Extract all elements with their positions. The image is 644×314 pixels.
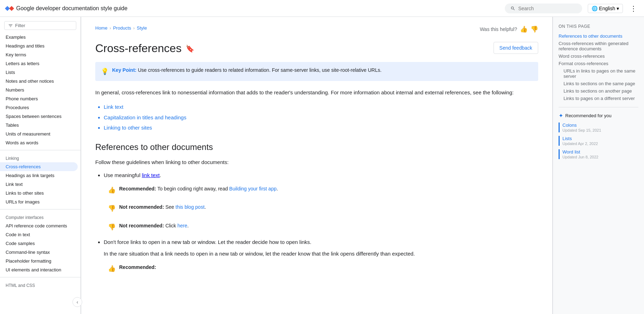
rec-item-title-1[interactable]: Lists [562,136,638,141]
example-text-2: Not recommended: See this blog post. [119,203,206,211]
example-not-recommended-2: 👎 Not recommended: Click here. [104,219,538,236]
toc-link-3[interactable]: Format cross-references [559,61,608,66]
toc-item-6[interactable]: Links to sections on another page [559,87,638,95]
toc-item-7[interactable]: Links to pages on a different server [559,95,638,102]
sidebar-item-cross-references[interactable]: Cross-references [0,162,78,171]
toc-item-3[interactable]: Format cross-references [559,60,638,67]
sidebar-item-notes[interactable]: Notes and other notices [0,77,80,86]
thumbs-down-button[interactable]: 👎 [530,25,538,33]
sidebar-item-code-text[interactable]: Code in text [0,230,80,239]
linking-other-sites-link[interactable]: Linking to other sites [104,125,152,131]
sidebar-item-code-samples[interactable]: Code samples [0,239,80,248]
sidebar-item-urls-images[interactable]: URLs for images [0,197,80,206]
breadcrumb-style[interactable]: Style [137,25,147,31]
breadcrumb-area: Home › Products › Style [95,25,147,36]
sidebar-item-ui-elements[interactable]: UI elements and interaction [0,265,80,274]
language-button[interactable]: 🌐 English ▾ [588,4,623,13]
bookmark-icon[interactable]: 🔖 [186,44,194,53]
search-icon [510,6,515,11]
sidebar-item-letters[interactable]: Letters as letters [0,59,80,68]
helpful-label: Was this helpful? [480,26,517,32]
sidebar-item-key-terms[interactable]: Key terms [0,50,80,59]
example-text-before-2: See [165,204,175,210]
link-text-inline[interactable]: link text [142,172,160,178]
toc-link-0[interactable]: References to other documents [559,33,622,39]
send-feedback-button[interactable]: Send feedback [494,42,538,54]
sidebar-item-procedures[interactable]: Procedures [0,103,80,112]
lightbulb-icon: 💡 [101,67,109,77]
sidebar-item-link-text[interactable]: Link text [0,180,80,189]
intro-link-3[interactable]: Linking to other sites [104,123,538,132]
example-text-before-1: To begin coding right away, read [157,186,229,191]
intro-link-2[interactable]: Capitalization in titles and headings [104,113,538,122]
filter-box[interactable]: Filter [4,21,76,30]
this-blog-post-link[interactable]: this blog post [175,204,205,210]
bullet2-detail: In the rare situation that a link needs … [104,249,538,258]
toc-divider [559,107,638,107]
breadcrumb-home[interactable]: Home [95,25,108,31]
toc-link-1[interactable]: Cross-references within generated refere… [559,41,629,51]
toc-item-0[interactable]: References to other documents [559,32,638,40]
toc-link-7[interactable]: Links to pages on a different server [564,96,635,101]
example-suffix-2: . [205,204,206,210]
sidebar-item-command-line[interactable]: Command-line syntax [0,248,80,257]
breadcrumb-sep-2: › [133,26,135,31]
sidebar-item-numbers[interactable]: Numbers [0,86,80,94]
rec-item-date-2: Updated Jun 8, 2022 [562,155,638,159]
language-label: English [599,6,615,11]
last-example-label: Recommended: [119,263,156,271]
collapse-sidebar-button[interactable]: ‹ [72,297,81,307]
breadcrumb-products[interactable]: Products [113,25,131,31]
section1-intro: Follow these guidelines when linking to … [95,158,538,167]
sidebar-item-examples[interactable]: Examples [0,33,80,42]
here-link[interactable]: here [178,223,187,228]
sidebar-item-words[interactable]: Words as words [0,138,80,147]
sidebar-item-links-other[interactable]: Links to other sites [0,189,80,197]
sidebar-divider-3 [0,277,80,277]
search-input[interactable] [518,6,577,11]
thumbs-down-red-icon-2: 👎 [108,222,116,233]
breadcrumb-sep-1: › [110,26,111,31]
last-recommended-label: Recommended: [119,264,156,270]
sidebar-section-linking: Linking [0,153,80,162]
thumbs-up-green-icon-2: 👍 [108,263,116,274]
toc-link-5[interactable]: Links to sections on the same page [564,81,635,86]
search-bar[interactable] [505,4,582,13]
sidebar-section-computer: Computer interfaces [0,212,80,221]
filter-icon [8,23,13,28]
header-left: Google developer documentation style gui… [6,5,128,12]
toc-link-2[interactable]: Word cross-references [559,54,605,59]
toc-link-4[interactable]: URLs in links to pages on the same serve… [564,68,636,79]
toc-item-5[interactable]: Links to sections on the same page [559,80,638,87]
menu-button[interactable]: ⋮ [629,3,638,14]
toc-item-1[interactable]: Cross-references within generated refere… [559,40,638,52]
rec-item-2[interactable]: Word list Updated Jun 8, 2022 [559,149,638,159]
toc-item-2[interactable]: Word cross-references [559,52,638,60]
toc-link-6[interactable]: Links to sections on another page [564,88,632,94]
example-recommended-2: 👍 Recommended: [104,260,538,277]
intro-link-1[interactable]: Link text [104,102,538,112]
sidebar-item-lists[interactable]: Lists [0,68,80,77]
sidebar-item-spaces[interactable]: Spaces between sentences [0,112,80,121]
page-title-row: Cross-references 🔖 [95,42,194,55]
toc-item-4[interactable]: URLs in links to pages on the same serve… [559,67,638,80]
rec-item-title-0[interactable]: Colons [562,123,638,128]
recommended-label: Recommended for you [565,113,612,118]
bullet2-text: Don't force links to open in a new tab o… [104,239,311,245]
rec-item-0[interactable]: Colons Updated Sep 15, 2021 [559,123,638,132]
rec-item-title-2[interactable]: Word list [562,149,638,155]
sidebar-item-phone[interactable]: Phone numbers [0,94,80,103]
keypoint-box: 💡 Key Point: Use cross-references to gui… [95,62,538,81]
link-text-link[interactable]: Link text [104,104,123,110]
capitalization-link[interactable]: Capitalization in titles and headings [104,114,186,120]
sidebar-item-units[interactable]: Units of measurement [0,130,80,138]
sidebar-item-api-ref[interactable]: API reference code comments [0,221,80,230]
sidebar-item-placeholder[interactable]: Placeholder formatting [0,257,80,265]
rec-item-1[interactable]: Lists Updated Apr 2, 2022 [559,136,638,146]
chevron-down-icon: ▾ [617,6,619,11]
sidebar-item-tables[interactable]: Tables [0,121,80,130]
sidebar-item-headings-link[interactable]: Headings as link targets [0,171,80,180]
sidebar-item-headings-titles[interactable]: Headings and titles [0,42,80,50]
thumbs-up-button[interactable]: 👍 [520,25,528,33]
building-app-link[interactable]: Building your first app [229,186,277,191]
